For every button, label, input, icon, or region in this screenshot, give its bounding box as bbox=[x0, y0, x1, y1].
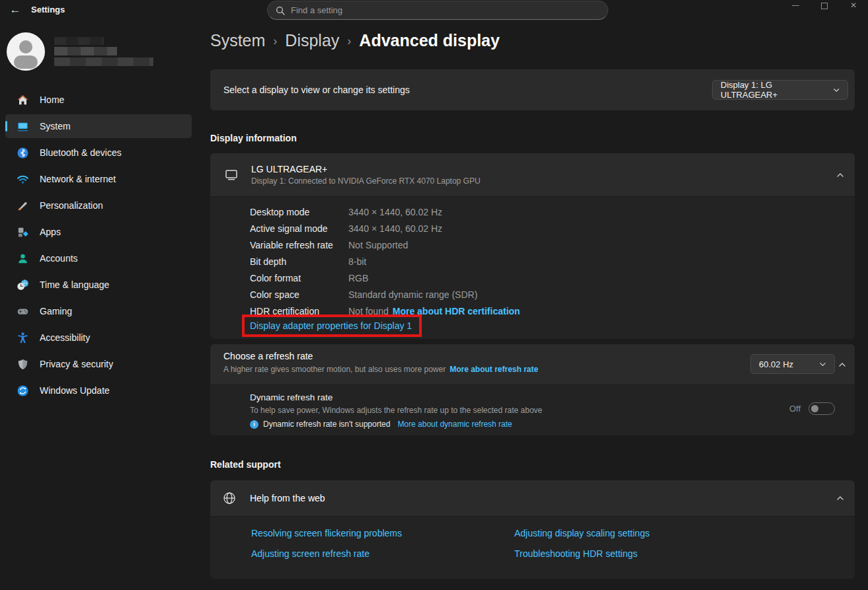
sidebar-item-label: Time & language bbox=[40, 279, 109, 290]
wifi-icon bbox=[16, 172, 29, 186]
monitor-name: LG ULTRAGEAR+ bbox=[251, 164, 824, 174]
dynamic-refresh-rate-description: To help save power, Windows adjusts the … bbox=[250, 406, 542, 415]
sidebar-nav: Home System Bluetooth & devices Network … bbox=[5, 88, 192, 405]
help-link-flickering[interactable]: Resolving screen flickering problems bbox=[251, 528, 514, 538]
display-selector-label: Select a display to view or change its s… bbox=[223, 85, 410, 95]
detail-row-active-signal-mode: Active signal mode 3440 × 1440, 60.02 Hz bbox=[250, 220, 442, 237]
breadcrumb-system[interactable]: System bbox=[210, 31, 265, 50]
display-select-dropdown[interactable]: Display 1: LG ULTRAGEAR+ bbox=[712, 80, 848, 100]
monitor-subtitle: Display 1: Connected to NVIDIA GeForce R… bbox=[251, 176, 824, 186]
selected-indicator bbox=[5, 121, 7, 131]
paintbrush-icon bbox=[16, 199, 29, 212]
collapse-button[interactable] bbox=[838, 359, 846, 371]
refresh-rate-value: 60.02 Hz bbox=[759, 359, 793, 369]
sidebar-item-time-language[interactable]: Time & language bbox=[5, 273, 192, 297]
sidebar-item-label: Bluetooth & devices bbox=[40, 147, 122, 158]
chevron-right-icon: › bbox=[273, 33, 277, 48]
chevron-down-icon bbox=[833, 87, 840, 94]
more-about-dynamic-refresh-rate-link[interactable]: More about dynamic refresh rate bbox=[397, 420, 512, 429]
help-link-hdr[interactable]: Troubleshooting HDR settings bbox=[514, 548, 820, 559]
display-information-expander[interactable]: LG ULTRAGEAR+ Display 1: Connected to NV… bbox=[210, 153, 855, 197]
display-information-card: LG ULTRAGEAR+ Display 1: Connected to NV… bbox=[210, 153, 855, 339]
minimize-icon bbox=[792, 5, 799, 6]
sidebar-item-privacy-security[interactable]: Privacy & security bbox=[5, 352, 192, 376]
user-profile[interactable] bbox=[7, 32, 185, 71]
sidebar: Home System Bluetooth & devices Network … bbox=[0, 20, 198, 590]
accessibility-icon bbox=[16, 331, 29, 344]
user-avatar bbox=[7, 32, 45, 71]
back-button[interactable]: ← bbox=[7, 3, 24, 17]
refresh-rate-card: Choose a refresh rate A higher rate give… bbox=[210, 344, 855, 435]
dynamic-refresh-rate-toggle[interactable] bbox=[809, 402, 835, 415]
display-selector-card: Select a display to view or change its s… bbox=[210, 69, 855, 110]
sidebar-item-network-internet[interactable]: Network & internet bbox=[5, 167, 192, 191]
bluetooth-icon bbox=[16, 146, 29, 159]
sidebar-item-system[interactable]: System bbox=[5, 114, 192, 138]
detail-row-color-format: Color format RGB bbox=[250, 270, 368, 286]
minimize-button[interactable] bbox=[781, 0, 810, 11]
chevron-up-icon bbox=[836, 171, 844, 179]
maximize-icon bbox=[821, 3, 828, 9]
gamepad-icon bbox=[16, 305, 29, 318]
chevron-right-icon: › bbox=[347, 33, 351, 48]
info-icon: i bbox=[250, 420, 258, 429]
annotation-red-box: Display adapter properties for Display 1 bbox=[242, 314, 422, 337]
help-links: Resolving screen flickering problems Adj… bbox=[251, 528, 820, 559]
sidebar-item-gaming[interactable]: Gaming bbox=[5, 299, 192, 323]
detail-row-color-space: Color space Standard dynamic range (SDR) bbox=[250, 286, 477, 303]
apps-icon bbox=[16, 225, 29, 239]
close-button[interactable]: ✕ bbox=[839, 0, 868, 11]
sidebar-item-label: Home bbox=[40, 94, 64, 105]
search-box[interactable] bbox=[267, 1, 608, 20]
redacted-user-name bbox=[54, 37, 153, 66]
home-icon bbox=[16, 93, 29, 106]
sidebar-item-apps[interactable]: Apps bbox=[5, 220, 192, 244]
app-title: Settings bbox=[31, 5, 65, 15]
window-controls: ✕ bbox=[781, 0, 868, 11]
help-card: Help from the web Resolving screen flick… bbox=[210, 480, 855, 579]
time-language-icon bbox=[16, 278, 29, 291]
detail-row-desktop-mode: Desktop mode 3440 × 1440, 60.02 Hz bbox=[250, 203, 442, 220]
refresh-rate-dropdown[interactable]: 60.02 Hz bbox=[750, 354, 835, 374]
more-about-refresh-rate-link[interactable]: More about refresh rate bbox=[450, 365, 538, 374]
sidebar-item-label: Gaming bbox=[40, 306, 72, 316]
detail-row-bit-depth: Bit depth 8-bit bbox=[250, 253, 366, 270]
dynamic-refresh-rate-block: Dynamic refresh rate To help save power,… bbox=[250, 392, 542, 429]
search-icon bbox=[276, 6, 285, 15]
help-link-scaling[interactable]: Adjusting display scaling settings bbox=[514, 528, 820, 538]
sidebar-item-label: Accessibility bbox=[40, 332, 90, 343]
sidebar-item-label: System bbox=[40, 121, 71, 131]
section-related-support: Related support bbox=[210, 459, 281, 470]
detail-row-variable-refresh-rate: Variable refresh rate Not Supported bbox=[250, 237, 408, 253]
help-title: Help from the web bbox=[250, 493, 823, 503]
sidebar-item-windows-update[interactable]: Windows Update bbox=[5, 379, 192, 402]
sidebar-item-accessibility[interactable]: Accessibility bbox=[5, 326, 192, 350]
collapse-button[interactable] bbox=[836, 171, 844, 179]
display-adapter-properties-link[interactable]: Display adapter properties for Display 1 bbox=[250, 320, 412, 331]
chevron-up-icon bbox=[838, 361, 846, 369]
breadcrumb: System › Display › Advanced display bbox=[210, 31, 500, 50]
search-input[interactable] bbox=[291, 5, 600, 15]
help-link-refresh-rate[interactable]: Adjusting screen refresh rate bbox=[251, 548, 514, 559]
display-select-value: Display 1: LG ULTRAGEAR+ bbox=[721, 80, 826, 100]
help-expander[interactable]: Help from the web bbox=[210, 480, 855, 517]
maximize-button[interactable] bbox=[810, 0, 839, 11]
collapse-button[interactable] bbox=[836, 494, 844, 502]
sidebar-item-bluetooth-devices[interactable]: Bluetooth & devices bbox=[5, 141, 192, 165]
windows-update-icon bbox=[16, 384, 29, 397]
shield-icon bbox=[16, 357, 29, 371]
main-content: System › Display › Advanced display Sele… bbox=[210, 20, 855, 590]
sidebar-item-label: Accounts bbox=[40, 253, 78, 264]
monitor-icon bbox=[223, 167, 239, 183]
sidebar-item-label: Network & internet bbox=[40, 174, 116, 184]
chevron-down-icon bbox=[819, 361, 826, 368]
sidebar-item-label: Privacy & security bbox=[40, 359, 113, 369]
sidebar-item-accounts[interactable]: Accounts bbox=[5, 246, 192, 270]
globe-icon bbox=[222, 491, 237, 505]
toggle-state-label: Off bbox=[789, 404, 801, 414]
chevron-up-icon bbox=[836, 494, 844, 502]
sidebar-item-personalization[interactable]: Personalization bbox=[5, 194, 192, 217]
toggle-knob bbox=[811, 405, 818, 412]
sidebar-item-home[interactable]: Home bbox=[5, 88, 192, 112]
breadcrumb-display[interactable]: Display bbox=[285, 31, 339, 50]
